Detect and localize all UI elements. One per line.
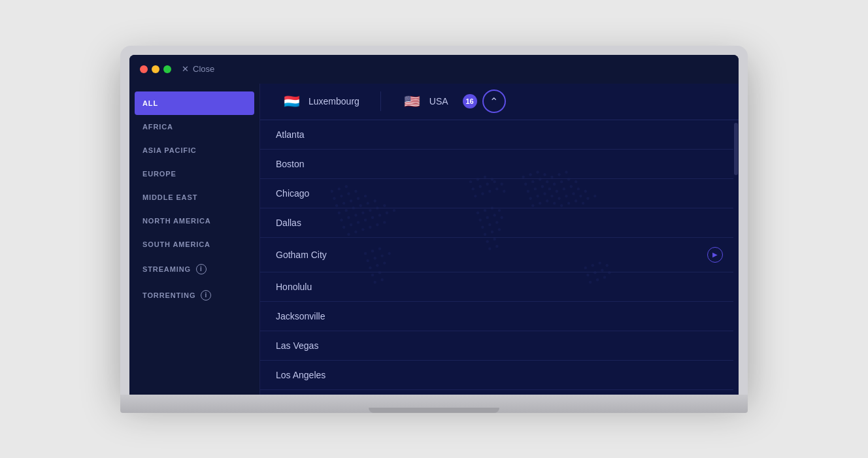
city-item[interactable]: Chicago [260, 179, 739, 208]
usa-country-item[interactable]: 🇺🇸 USA [394, 86, 456, 117]
play-icon[interactable]: ▶ [707, 247, 723, 263]
sidebar-item-middle-east-label: MIDDLE EAST [142, 193, 197, 201]
countries-row: 🇱🇺 Luxembourg 🇺🇸 USA 16 [260, 84, 739, 120]
screen-bezel: ✕ Close ALL AFRICA [120, 46, 748, 395]
city-name: Dallas [276, 218, 301, 228]
usa-chevron-btn[interactable]: ⌃ [482, 90, 506, 113]
city-list[interactable]: AtlantaBostonChicagoDallasGotham City▶Ho… [260, 120, 739, 395]
city-name: Chicago [276, 188, 309, 199]
main-content: ALL AFRICA ASIA PACIFIC EUROPE MIDDLE EA [129, 84, 739, 395]
scrollbar-track[interactable] [733, 120, 739, 395]
laptop-base [120, 395, 748, 413]
close-label: Close [193, 64, 214, 74]
content-area: 🇱🇺 Luxembourg 🇺🇸 USA 16 [260, 84, 739, 395]
sidebar-item-middle-east[interactable]: MIDDLE EAST [129, 186, 259, 209]
sidebar-item-asia-pacific[interactable]: ASIA PACIFIC [129, 139, 259, 162]
usa-count-badge: 16 [463, 94, 477, 108]
sidebar-item-torrenting[interactable]: TORRENTING i [129, 282, 259, 308]
app-window: ✕ Close ALL AFRICA [129, 55, 739, 395]
luxembourg-flag: 🇱🇺 [281, 91, 302, 112]
city-name: Honolulu [276, 282, 312, 292]
city-item[interactable]: Honolulu [260, 272, 739, 302]
torrenting-info-icon[interactable]: i [201, 290, 211, 301]
city-item[interactable]: Gotham City▶ [260, 238, 739, 272]
traffic-light-red[interactable] [140, 65, 148, 73]
usa-expand-btn[interactable]: 16 ⌃ [463, 90, 506, 113]
streaming-info-icon[interactable]: i [196, 264, 207, 274]
sidebar-item-africa-label: AFRICA [142, 123, 173, 131]
sidebar-item-torrenting-label: TORRENTING [142, 291, 195, 299]
sidebar-item-south-america[interactable]: SOUTH AMERICA [129, 233, 259, 256]
usa-section: 🇺🇸 USA 16 ⌃ [394, 86, 506, 117]
luxembourg-country-item[interactable]: 🇱🇺 Luxembourg [273, 86, 367, 117]
city-name: Gotham City [276, 250, 327, 260]
usa-name: USA [429, 96, 448, 106]
city-item[interactable]: Boston [260, 150, 739, 179]
usa-flag: 🇺🇸 [402, 91, 423, 112]
scrollbar-thumb [734, 123, 738, 175]
traffic-light-yellow[interactable] [152, 65, 159, 73]
sidebar-item-all[interactable]: ALL [135, 91, 254, 115]
sidebar-item-north-america-label: NORTH AMERICA [142, 217, 211, 225]
city-name: Boston [276, 159, 305, 169]
city-name: Atlanta [276, 129, 305, 140]
sidebar-item-europe-label: EUROPE [142, 170, 176, 178]
city-item[interactable]: Los Angeles [260, 361, 739, 390]
close-x-icon: ✕ [182, 64, 189, 74]
chevron-up-icon: ⌃ [490, 95, 498, 108]
sidebar-item-streaming[interactable]: STREAMING i [129, 256, 259, 282]
city-name: Los Angeles [276, 370, 326, 380]
sidebar: ALL AFRICA ASIA PACIFIC EUROPE MIDDLE EA [129, 84, 260, 395]
sidebar-item-south-america-label: SOUTH AMERICA [142, 240, 210, 248]
city-name: Jacksonville [276, 311, 325, 321]
country-separator [380, 91, 381, 111]
laptop-container: ✕ Close ALL AFRICA [120, 46, 748, 413]
sidebar-item-africa[interactable]: AFRICA [129, 115, 259, 139]
title-bar: ✕ Close [129, 55, 739, 84]
sidebar-item-europe[interactable]: EUROPE [129, 162, 259, 186]
laptop-screen: ✕ Close ALL AFRICA [129, 55, 739, 395]
sidebar-item-asia-label: ASIA PACIFIC [142, 146, 197, 154]
close-button[interactable]: ✕ Close [182, 64, 214, 74]
luxembourg-name: Luxembourg [309, 96, 359, 106]
sidebar-item-streaming-label: STREAMING [142, 265, 191, 273]
city-name: Las Vegas [276, 340, 318, 351]
traffic-lights [140, 65, 171, 73]
city-item[interactable]: Jacksonville [260, 302, 739, 331]
city-item[interactable]: Atlanta [260, 120, 739, 150]
sidebar-item-all-label: ALL [142, 99, 158, 107]
city-item[interactable]: Las Vegas [260, 331, 739, 361]
traffic-light-green[interactable] [163, 65, 171, 73]
sidebar-item-north-america[interactable]: NORTH AMERICA [129, 209, 259, 233]
city-item[interactable]: Dallas [260, 208, 739, 238]
